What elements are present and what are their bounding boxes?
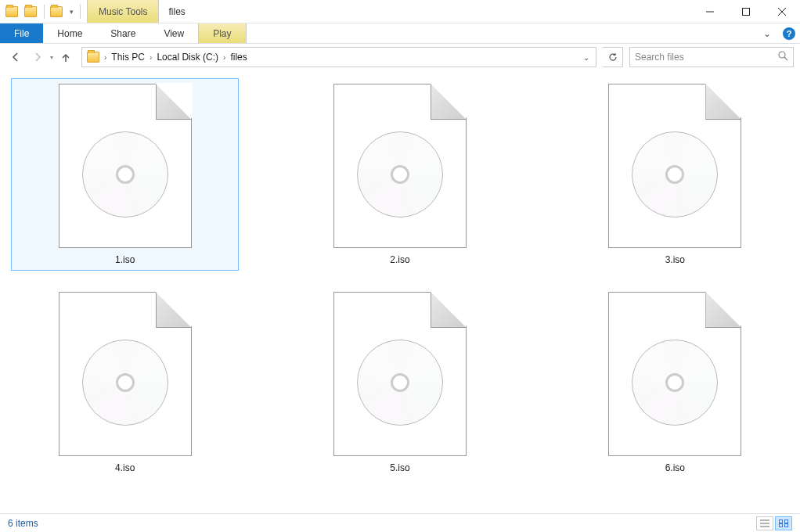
file-pane[interactable]: 1.iso2.iso3.iso4.iso5.iso6.iso [0, 70, 800, 509]
folder-icon[interactable] [48, 3, 65, 20]
separator [80, 5, 81, 19]
chevron-right-icon[interactable]: › [222, 53, 227, 62]
address-dropdown-icon[interactable]: ⌄ [578, 53, 594, 62]
qat-dropdown-icon[interactable]: ▾ [67, 8, 77, 16]
maximize-button[interactable] [728, 0, 764, 23]
status-bar: 6 items [0, 513, 800, 532]
separator [44, 5, 45, 19]
breadcrumb-this-pc[interactable]: This PC [108, 52, 148, 63]
tab-file[interactable]: File [0, 23, 43, 43]
iso-file-icon [59, 84, 192, 248]
file-item[interactable]: 4.iso [11, 286, 239, 479]
close-button[interactable] [764, 0, 800, 23]
svg-rect-10 [780, 519, 783, 523]
contextual-tab-group: Music Tools [87, 0, 159, 23]
ribbon-tabs: File Home Share View Play ⌄ ? [0, 23, 800, 44]
help-button[interactable]: ? [778, 23, 800, 43]
svg-rect-13 [785, 523, 788, 527]
breadcrumb-folder[interactable]: files [227, 52, 250, 63]
file-name-label: 2.iso [390, 254, 409, 265]
file-name-label: 3.iso [665, 254, 685, 265]
iso-file-icon [59, 292, 192, 456]
file-name-label: 6.iso [665, 462, 685, 473]
svg-line-6 [784, 57, 787, 60]
ribbon-collapse-icon[interactable]: ⌄ [756, 23, 778, 43]
back-button[interactable] [6, 48, 25, 66]
tab-home[interactable]: Home [43, 23, 96, 43]
iso-file-icon [608, 292, 741, 456]
file-name-label: 4.iso [115, 462, 135, 473]
file-name-label: 1.iso [115, 254, 135, 265]
large-icons-view-button[interactable] [775, 516, 792, 530]
tab-share[interactable]: Share [96, 23, 150, 43]
window-title: files [159, 0, 194, 23]
file-name-label: 5.iso [390, 462, 409, 473]
search-box[interactable] [629, 47, 794, 67]
tab-view[interactable]: View [150, 23, 198, 43]
search-input[interactable] [635, 52, 778, 63]
folder-icon [87, 52, 99, 63]
svg-rect-1 [743, 9, 750, 16]
minimize-button[interactable] [692, 0, 728, 23]
file-item[interactable]: 5.iso [286, 286, 514, 479]
up-button[interactable] [56, 48, 75, 66]
file-item[interactable]: 6.iso [561, 286, 789, 479]
chevron-right-icon[interactable]: › [103, 53, 108, 62]
quick-access-toolbar: ▾ [0, 0, 87, 23]
window-controls [692, 0, 800, 23]
chevron-right-icon[interactable]: › [148, 53, 153, 62]
view-toggle [756, 516, 792, 530]
svg-point-5 [779, 52, 785, 58]
file-item[interactable]: 1.iso [11, 78, 239, 271]
tab-play[interactable]: Play [198, 23, 246, 43]
breadcrumb-drive[interactable]: Local Disk (C:) [153, 52, 222, 63]
svg-rect-12 [780, 523, 783, 527]
recent-locations-icon[interactable]: ▾ [50, 54, 53, 61]
folder-icon[interactable] [3, 3, 20, 20]
iso-file-icon [333, 84, 467, 248]
search-icon[interactable] [778, 51, 788, 63]
file-item[interactable]: 2.iso [286, 78, 514, 271]
item-count: 6 items [8, 518, 38, 529]
navigation-bar: ▾ › This PC › Local Disk (C:) › files ⌄ [0, 44, 800, 70]
forward-button[interactable] [28, 48, 47, 66]
file-item[interactable]: 3.iso [561, 78, 789, 271]
details-view-button[interactable] [756, 516, 773, 530]
refresh-button[interactable] [603, 47, 623, 67]
address-bar[interactable]: › This PC › Local Disk (C:) › files ⌄ [81, 47, 596, 67]
iso-file-icon [333, 292, 467, 456]
title-bar: ▾ Music Tools files [0, 0, 800, 23]
svg-rect-11 [785, 519, 788, 523]
folder-icon[interactable] [22, 3, 39, 20]
iso-file-icon [608, 84, 741, 248]
